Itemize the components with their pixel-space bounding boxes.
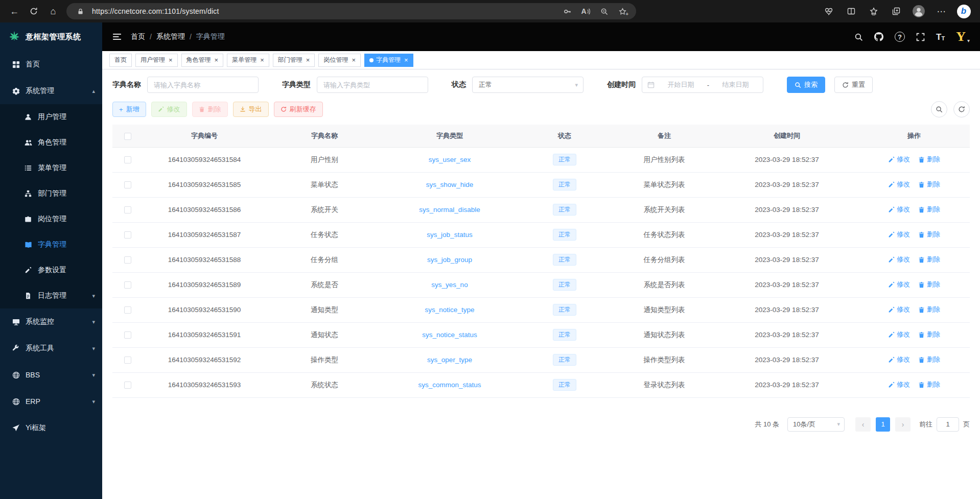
browser-home-button[interactable]: ⌂ [44,3,62,20]
sidebar-item-tools[interactable]: 系统工具▾ [0,335,102,362]
add-button[interactable]: + 新增 [112,102,146,117]
browser-essentials-icon[interactable] [821,3,837,19]
tab-post[interactable]: 岗位管理× [318,54,361,67]
sidebar-item-yi[interactable]: Yi框架 [0,415,102,441]
copilot-bing-icon[interactable]: b [955,3,972,19]
row-delete-button[interactable]: 删除 [918,305,940,314]
next-page-button[interactable]: › [895,417,911,432]
split-screen-icon[interactable] [843,3,859,19]
row-edit-button[interactable]: 修改 [888,355,910,364]
row-delete-button[interactable]: 删除 [918,355,940,364]
row-checkbox[interactable] [124,256,131,264]
fullscreen-icon[interactable] [916,33,925,41]
sidebar-item-bbs[interactable]: BBS▾ [0,362,102,388]
tab-role[interactable]: 角色管理× [181,54,224,67]
dict-type-link[interactable]: sys_show_hide [426,181,473,188]
date-range-picker[interactable]: 开始日期 - 结束日期 [642,77,763,93]
tab-menu[interactable]: 菜单管理× [227,54,269,67]
dict-type-link[interactable]: sys_notice_status [422,331,477,339]
select-all-checkbox[interactable] [124,133,131,140]
close-icon[interactable]: × [352,57,356,63]
refresh-table-button[interactable] [953,101,970,117]
row-checkbox[interactable] [124,156,131,163]
sidebar-item-post[interactable]: 岗位管理 [0,206,102,232]
row-delete-button[interactable]: 删除 [918,330,940,339]
sidebar-item-system[interactable]: 系统管理▴ [0,78,102,104]
read-aloud-icon[interactable]: A [579,5,592,18]
toggle-search-button[interactable] [931,101,947,117]
row-delete-button[interactable]: 删除 [918,180,940,189]
row-edit-button[interactable]: 修改 [888,380,910,389]
sidebar-item-log[interactable]: 日志管理▾ [0,283,102,308]
refresh-cache-button[interactable]: 刷新缓存 [274,102,323,117]
sidebar-item-menu[interactable]: 菜单管理 [0,155,102,181]
row-edit-button[interactable]: 修改 [888,230,910,239]
row-edit-button[interactable]: 修改 [888,330,910,339]
dict-type-link[interactable]: sys_oper_type [427,356,472,364]
collections-icon[interactable] [888,3,904,19]
dict-type-link[interactable]: sys_user_sex [429,156,471,163]
row-checkbox[interactable] [124,331,131,339]
row-delete-button[interactable]: 删除 [918,230,940,239]
font-size-icon[interactable]: TT [936,33,945,41]
app-logo-row[interactable]: 意框架管理系统 [0,22,102,51]
zoom-out-icon[interactable] [597,5,611,18]
search-button[interactable]: 搜索 [787,77,825,93]
hamburger-icon[interactable] [112,32,122,41]
dict-name-input[interactable] [147,77,259,93]
row-checkbox[interactable] [124,281,131,289]
close-icon[interactable]: × [260,57,264,63]
dict-type-link[interactable]: sys_yes_no [431,281,468,289]
tab-user[interactable]: 用户管理× [135,54,178,67]
row-checkbox[interactable] [124,357,131,364]
profile-avatar[interactable] [911,3,927,19]
user-avatar-logo[interactable]: Y ▾ [956,30,970,43]
dict-type-link[interactable]: sys_normal_disable [419,206,480,213]
github-icon[interactable] [874,32,883,41]
back-button[interactable]: ← [5,3,24,20]
tab-home[interactable]: 首页 [109,54,132,67]
sidebar-item-user[interactable]: 用户管理 [0,104,102,130]
more-menu-icon[interactable]: ⋯ [933,3,949,19]
edit-button[interactable]: 修改 [151,102,187,117]
row-delete-button[interactable]: 删除 [918,155,940,164]
prev-page-button[interactable]: ‹ [855,417,871,432]
delete-button[interactable]: 删除 [192,102,228,117]
close-icon[interactable]: × [306,57,310,63]
sidebar-item-dept[interactable]: 部门管理 [0,181,102,206]
dict-type-link[interactable]: sys_job_status [427,231,472,239]
favorites-icon[interactable] [866,3,882,19]
row-checkbox[interactable] [124,181,131,188]
sidebar-item-dict[interactable]: 字典管理 [0,232,102,257]
row-checkbox[interactable] [124,231,131,239]
tab-dict[interactable]: 字典管理× [364,54,413,67]
row-delete-button[interactable]: 删除 [918,205,940,214]
header-search-icon[interactable] [854,33,863,41]
sidebar-item-home[interactable]: 首页 [0,51,102,78]
dict-type-input[interactable] [317,77,428,93]
address-bar[interactable]: https://ccnetcore.com:1101/system/dict A… [66,3,636,19]
row-edit-button[interactable]: 修改 [888,305,910,314]
row-checkbox[interactable] [124,382,131,389]
reset-button[interactable]: 重置 [834,77,873,93]
reload-button[interactable] [25,3,43,20]
page-size-select[interactable]: 10条/页 ▾ [787,417,845,432]
close-icon[interactable]: × [215,57,219,63]
row-checkbox[interactable] [124,206,131,213]
close-icon[interactable]: × [169,57,173,63]
row-delete-button[interactable]: 删除 [918,255,940,264]
dict-type-link[interactable]: sys_notice_type [425,306,475,314]
sidebar-item-config[interactable]: 参数设置 [0,257,102,283]
current-page-button[interactable]: 1 [876,417,890,432]
sidebar-item-monitor[interactable]: 系统监控▾ [0,308,102,335]
close-icon[interactable]: × [404,57,408,63]
row-checkbox[interactable] [124,306,131,314]
dict-type-link[interactable]: sys_common_status [418,381,481,389]
password-key-icon[interactable] [561,5,574,18]
row-edit-button[interactable]: 修改 [888,280,910,289]
sidebar-item-role[interactable]: 角色管理 [0,130,102,155]
tab-dept[interactable]: 部门管理× [273,54,315,67]
row-edit-button[interactable]: 修改 [888,180,910,189]
row-edit-button[interactable]: 修改 [888,155,910,164]
breadcrumb-system[interactable]: 系统管理 [156,32,185,41]
